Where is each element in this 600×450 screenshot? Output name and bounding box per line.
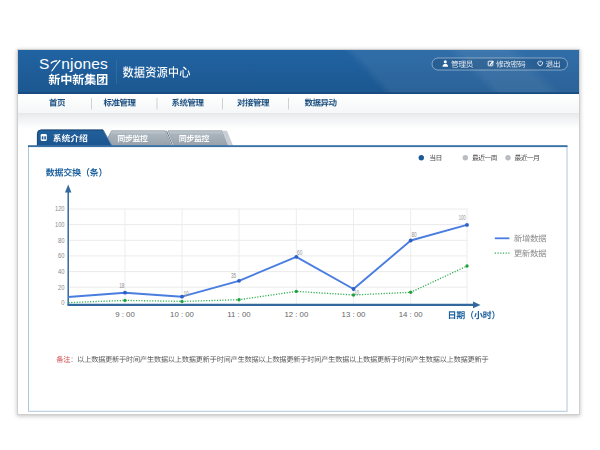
svg-text:100: 100: [459, 214, 466, 221]
svg-text:35: 35: [231, 272, 236, 279]
svg-text:0: 0: [61, 299, 64, 306]
svg-text:13 : 00: 13 : 00: [342, 310, 367, 319]
svg-text:40: 40: [58, 268, 65, 275]
svg-text:10 : 00: 10 : 00: [170, 310, 195, 319]
svg-text:80: 80: [411, 231, 416, 238]
svg-text:100: 100: [55, 221, 65, 228]
svg-text:60: 60: [297, 249, 302, 256]
svg-text:80: 80: [58, 237, 65, 244]
svg-text:20: 20: [58, 284, 65, 291]
svg-text:11 : 00: 11 : 00: [227, 310, 251, 319]
svg-text:14 : 00: 14 : 00: [399, 310, 424, 319]
svg-text:10: 10: [183, 290, 188, 297]
svg-text:120: 120: [55, 205, 65, 212]
svg-text:njones: njones: [61, 55, 108, 72]
svg-text:S: S: [39, 55, 49, 72]
svg-text:12 : 00: 12 : 00: [284, 310, 309, 319]
svg-text:10: 10: [354, 289, 359, 296]
svg-text:18: 18: [119, 282, 124, 289]
svg-text:9 : 00: 9 : 00: [115, 310, 135, 319]
svg-text:60: 60: [58, 252, 65, 259]
